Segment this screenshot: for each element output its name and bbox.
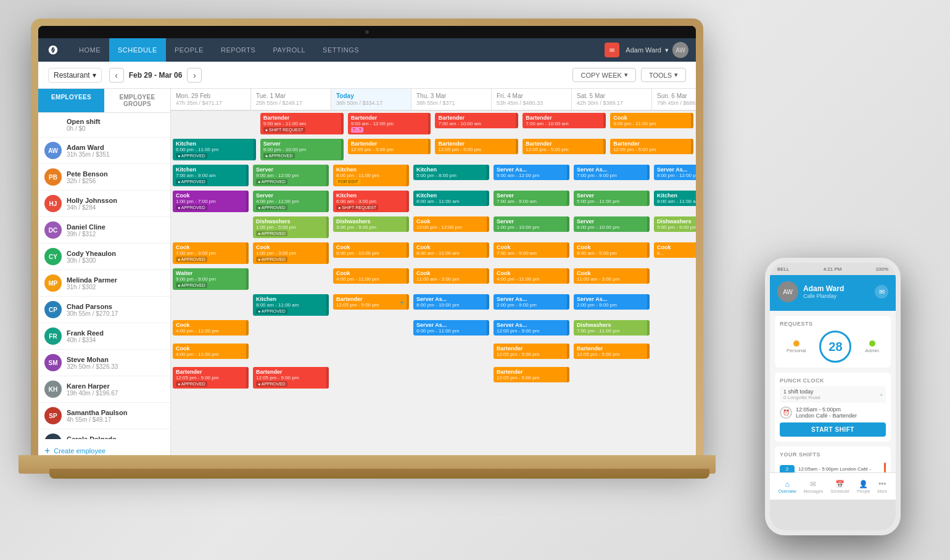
list-item[interactable]: FR Frank Reed 40h / $334 (38, 323, 170, 350)
shift-block[interactable]: Server As... 12:00 pm - 9:00 pm (494, 320, 569, 336)
shift-block[interactable]: Cook 8:00 am - 11:00 am (413, 242, 489, 258)
shift-block[interactable]: Server 9:00 am - 12:00 pm ● APPROVED (253, 165, 329, 186)
notification-bell[interactable]: ✉ (605, 43, 619, 57)
shift-block[interactable]: Bartender 12:05 pm - 5:00 pm (494, 344, 569, 359)
phone-tab-messages[interactable]: ✉ Messages (803, 480, 823, 493)
shift-block[interactable]: Kitchen 8:00 am - 11:00 am (654, 191, 696, 206)
shift-block[interactable]: Cook 7:00 am - 3:00 pm ● APPROVED (173, 242, 249, 264)
shift-block[interactable]: Cook 9:00 am - 5:00 pm (574, 242, 650, 258)
shift-block[interactable]: Bartender 12:05 pm - 5:00 pm (348, 139, 431, 154)
shift-block[interactable]: Dishwashers 3:00 pm - 9:00 pm (333, 216, 409, 232)
shift-block[interactable]: Bartender 9:00 am - 11:00 am ● SHIFT REQ… (260, 113, 344, 134)
list-item[interactable]: KH Karen Harper 19h 40m / $196.67 (38, 376, 170, 403)
shift-block[interactable]: Bartender 12:05 pm - 5:00 pm (494, 367, 569, 382)
list-item[interactable]: CD Carola Delgado 0h / $0 (38, 429, 170, 439)
copy-week-button[interactable]: COPY WEEK ▾ (572, 68, 635, 82)
shift-block[interactable]: Cook 8... (654, 242, 696, 258)
shift-block[interactable]: Bartender 7:00 am - 10:00 am (522, 113, 606, 128)
tools-button[interactable]: TOOLS ▾ (641, 68, 686, 82)
shift-block[interactable]: Cook 1:00 pm - 3:00 pm ● APPROVED (253, 242, 329, 264)
shift-block[interactable]: Server As... 7:00 pm - 9:00 pm (574, 165, 650, 180)
shift-block[interactable]: Server As... 2:00 pm - 9:00 pm (574, 294, 650, 310)
next-week-button[interactable]: › (187, 68, 202, 83)
start-shift-button[interactable]: START SHIFT (780, 422, 886, 437)
list-item[interactable]: MP Melinda Parmer 31h / $302 (38, 270, 170, 297)
shift-block[interactable]: Kitchen 5:00 pm - 8:00 pm (413, 165, 489, 180)
tab-groups[interactable]: EMPLOYEE GROUPS (104, 89, 170, 112)
shift-block[interactable]: Waiter 9:00 pm - 9:00 pm ● APPROVED (173, 268, 249, 290)
shift-block[interactable]: Kitchen 7:00 am - 9:00 am ● APPROVED (173, 165, 249, 186)
nav-reports[interactable]: REPORTS (212, 38, 264, 62)
phone-home-button[interactable] (824, 504, 842, 523)
shift-block[interactable]: Bartender 12:05 pm - 5:00 pm (574, 344, 650, 359)
shift-block[interactable]: Cook 7:00 am - 9:00 am (494, 242, 569, 258)
shift-block[interactable]: Bartender 12:05 pm - 5:00 pm ● APPROVED (253, 367, 329, 389)
shift-block[interactable]: Cook 11:00 am - 3:00 pm (574, 268, 650, 284)
shift-block[interactable]: Kitchen 6:00 am - 3:00 pm ● SHIFT REQUES… (333, 191, 409, 212)
shift-block[interactable]: Cook 9:00 pm - 11:00 pm (610, 113, 693, 128)
shift-block[interactable]: Kitchen 8:00 pm - 11:00 pm FOR EDIT (333, 165, 409, 186)
shift-block[interactable]: Server As... 8:00 pm - 10:00 pm (413, 294, 489, 310)
shift-block[interactable]: Cook 4:00 pm - 11:00 pm (333, 268, 409, 284)
grid-cell: Cook 11:00 am - 3:00 pm (572, 266, 652, 292)
requests-count: 28 (819, 331, 851, 363)
shift-block[interactable]: Cook 11:00 am - 3:00 pm (413, 268, 489, 284)
grid-cell (652, 318, 696, 341)
shift-block[interactable]: Kitchen 6:00 pm - 11:00 pm ● APPROVED (173, 139, 256, 160)
shift-block[interactable]: Bartender 12:05 pm - 5:00 pm (610, 139, 693, 154)
avatar: CY (44, 248, 62, 265)
phone-message-icon[interactable]: ✉ (875, 285, 888, 299)
grid-cell: Kitchen 8:00 pm - 11:00 pm FOR EDIT (331, 163, 411, 188)
tab-employees[interactable]: EMPLOYEES (38, 89, 104, 112)
shift-block[interactable]: Server 8:00 pm - 10:00 pm (574, 216, 650, 232)
shift-block[interactable]: Cook 6:00 pm - 10:00 pm (333, 242, 409, 258)
shift-block[interactable]: Dishwashers 5:00 pm - 9:00 pm (654, 216, 696, 232)
nav-settings[interactable]: SETTINGS (314, 38, 368, 62)
shift-block[interactable]: Bartender 12:05 pm - 5:00 pm (522, 139, 606, 154)
shift-block[interactable]: Server 1:00 pm - 10:00 pm (494, 216, 569, 232)
shift-block[interactable]: Bartender 12:05 pm - 5:00 pm ● APPROVED (173, 367, 249, 389)
nav-user[interactable]: Adam Ward ▾ AW (626, 42, 688, 58)
shift-block[interactable]: Server 4:00 pm - 11:00 pm ● APPROVED (253, 191, 329, 212)
shift-block[interactable]: Server As... 8:00 pm - 12:00 pm (654, 165, 696, 180)
nav-schedule[interactable]: SCHEDULE (109, 38, 166, 62)
list-item[interactable]: PB Pete Benson 32h / $256 (38, 164, 170, 191)
shift-block[interactable]: Server 5:00 pm - 11:00 pm (574, 191, 650, 206)
shift-block[interactable]: Kitchen 8:00 am - 11:00 am (413, 191, 489, 206)
list-item[interactable]: CP Chad Parsons 30h 55m / $270.17 (38, 297, 170, 323)
shift-block[interactable]: Cook 4:00 pm - 11:00 pm (173, 320, 249, 336)
shift-block[interactable]: Bartender 12:05 pm - 5:00 pm + (333, 294, 409, 310)
list-item[interactable]: HJ Holly Johnsson 34h / $284 (38, 191, 170, 217)
shift-block[interactable]: Bartender 12:05 pm - 5:00 pm (435, 139, 518, 154)
phone-tab-people[interactable]: 👤 People (857, 480, 870, 493)
shift-block[interactable]: Kitchen 8:00 am - 11:00 am ● APPROVED (253, 294, 329, 316)
phone-tab-overview[interactable]: ⌂ Overview (779, 480, 796, 493)
shift-block[interactable]: Cook 1:00 pm - 7:00 pm ● APPROVED (173, 191, 249, 212)
shift-block[interactable]: Dishwashers 1:00 pm - 5:00 pm ● APPROVED (253, 216, 329, 238)
phone-tab-scheduler[interactable]: 📅 Scheduler (830, 480, 850, 493)
shift-block[interactable]: Server As... 2:00 pm - 9:00 pm (494, 294, 569, 310)
shift-block[interactable]: Server As... 9:00 am - 12:00 pm (494, 165, 569, 180)
list-item[interactable]: SP Samantha Paulson 4h 55m / $49.17 (38, 403, 170, 429)
shift-block[interactable]: Bartender 7:00 am - 10:00 am (435, 113, 518, 128)
shift-block[interactable]: Cook 4:00 pm - 11:00 pm (494, 268, 569, 284)
left-panel: EMPLOYEES EMPLOYEE GROUPS Open (38, 89, 171, 463)
shift-block[interactable]: Bartender 9:00 am - 12:00 pm ? - ? (348, 113, 431, 134)
shift-block[interactable]: Server 7:00 am - 9:00 am (494, 191, 569, 206)
list-item[interactable]: CY Cody Yheaulon 30h / $300 (38, 244, 170, 270)
list-item[interactable]: SM Steve Mohan 32h 50m / $326.33 (38, 350, 170, 376)
prev-week-button[interactable]: ‹ (109, 68, 124, 83)
nav-home[interactable]: HOME (70, 38, 109, 62)
shift-block[interactable]: Server As... 6:00 pm - 11:00 pm (413, 320, 489, 336)
nav-payroll[interactable]: PAYROLL (264, 38, 314, 62)
phone-tab-more[interactable]: ••• More (877, 480, 887, 493)
location-select[interactable]: Restaurant ▾ (48, 68, 102, 83)
emp-hours: 40h / $334 (67, 337, 164, 344)
list-item[interactable]: AW Adam Ward 31h 35m / $351 (38, 138, 170, 164)
list-item[interactable]: DC Daniel Cline 39h / $312 (38, 217, 170, 244)
shift-block[interactable]: Dishwashers 7:00 pm - 11:00 pm (574, 320, 650, 336)
shift-block[interactable]: Cook 4:00 pm - 11:00 pm (173, 344, 249, 359)
shift-block[interactable]: Cook 10:00 pm - 12:00 pm (413, 216, 489, 232)
shift-block[interactable]: Server 8:00 pm - 10:00 pm ● APPROVED (260, 139, 344, 160)
nav-people[interactable]: PEOPLE (166, 38, 212, 62)
